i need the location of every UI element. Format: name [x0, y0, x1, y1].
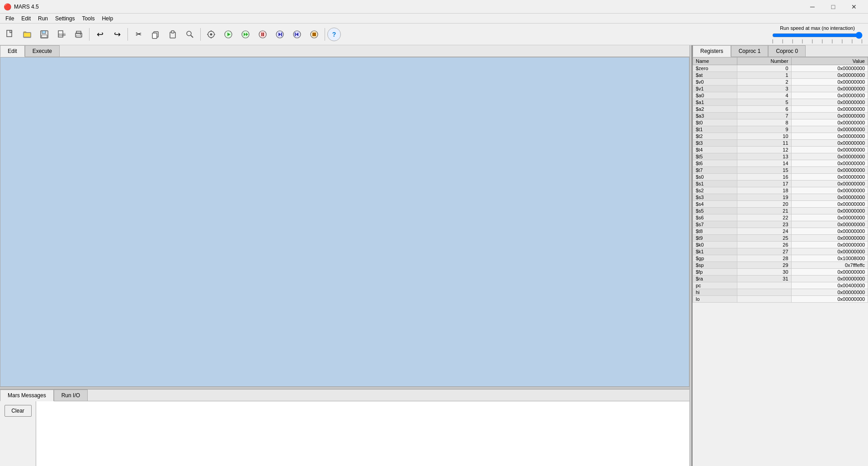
new-icon	[5, 30, 14, 39]
table-row: $s0160x00000000	[693, 174, 868, 181]
right-panel: Registers Coproc 1 Coproc 0 Name Number …	[692, 45, 868, 466]
minimize-button[interactable]: ─	[802, 0, 823, 14]
backstep-button[interactable]	[289, 26, 305, 43]
register-number: 22	[737, 214, 791, 221]
svg-point-32	[259, 31, 266, 38]
cut-button[interactable]: ✂	[130, 26, 146, 43]
register-table-container[interactable]: Name Number Value $zero00x00000000$at10x…	[693, 57, 868, 466]
tab-edit[interactable]: Edit	[0, 45, 25, 57]
register-value: 0x00000000	[791, 153, 868, 160]
register-value: 0x00000000	[791, 167, 868, 174]
table-row: $v020x00000000	[693, 79, 868, 86]
dump-button[interactable]: 0101 DUMP	[53, 26, 70, 43]
redo-button[interactable]: ↪	[109, 26, 125, 43]
register-name: $s2	[693, 187, 737, 194]
register-value: 0x00000000	[791, 228, 868, 235]
save-as-button[interactable]	[36, 26, 52, 43]
register-number: 19	[737, 194, 791, 201]
svg-line-20	[191, 35, 193, 38]
register-number: 12	[737, 147, 791, 153]
copy-icon	[151, 30, 160, 39]
speed-label: Run speed at max (no interaction)	[780, 25, 855, 31]
register-value: 0x00000000	[791, 160, 868, 167]
messages-output[interactable]	[36, 401, 689, 466]
register-name: $a2	[693, 106, 737, 113]
menu-run[interactable]: Run	[34, 14, 52, 23]
register-name: lo	[693, 296, 737, 303]
tab-execute[interactable]: Execute	[25, 45, 60, 57]
register-name: $ra	[693, 276, 737, 282]
table-row: $gp280x10008000	[693, 255, 868, 262]
dump-icon: 0101 DUMP	[57, 30, 66, 39]
register-value: 0x00000000	[791, 133, 868, 140]
open-icon	[23, 30, 32, 39]
register-value: 0x00000000	[791, 92, 868, 99]
tab-mars-messages[interactable]: Mars Messages	[0, 390, 54, 401]
reset-button[interactable]	[306, 26, 322, 43]
register-value: 0x00000000	[791, 221, 868, 228]
tab-run-io[interactable]: Run I/O	[54, 390, 88, 401]
menu-edit[interactable]: Edit	[18, 14, 34, 23]
table-row: $v130x00000000	[693, 86, 868, 92]
copy-button[interactable]	[147, 26, 164, 43]
register-name: $s1	[693, 181, 737, 187]
svg-rect-6	[42, 31, 46, 33]
table-row: $a370x00000000	[693, 113, 868, 119]
backstep-icon	[292, 30, 302, 39]
svg-point-14	[80, 34, 81, 35]
register-name: $a1	[693, 99, 737, 106]
maximize-button[interactable]: □	[823, 0, 844, 14]
tab-coproc1[interactable]: Coproc 1	[731, 45, 769, 57]
register-name: $zero	[693, 65, 737, 72]
undo-button[interactable]: ↩	[92, 26, 108, 43]
register-name: $s4	[693, 201, 737, 208]
separator-2	[127, 28, 128, 41]
menu-settings[interactable]: Settings	[52, 14, 78, 23]
register-number: 20	[737, 201, 791, 208]
close-button[interactable]: ✕	[844, 0, 864, 14]
register-value: 0x00000000	[791, 208, 868, 214]
open-button[interactable]	[19, 26, 35, 43]
table-row: $a040x00000000	[693, 92, 868, 99]
tab-coproc0[interactable]: Coproc 0	[768, 45, 806, 57]
print-button[interactable]	[71, 26, 87, 43]
paste-button[interactable]	[165, 26, 181, 43]
pause-button[interactable]	[255, 26, 271, 43]
register-tabs: Registers Coproc 1 Coproc 0	[693, 45, 868, 57]
assemble-button[interactable]	[203, 26, 219, 43]
step-button[interactable]	[272, 26, 288, 43]
menu-help[interactable]: Help	[98, 14, 117, 23]
print-icon	[74, 30, 83, 39]
speed-control: Run speed at max (no interaction) ||||| …	[772, 25, 863, 43]
run-button[interactable]	[220, 26, 236, 43]
register-name: $t8	[693, 228, 737, 235]
clear-button[interactable]: Clear	[5, 405, 32, 417]
speed-slider[interactable]	[772, 32, 863, 39]
register-name: $gp	[693, 255, 737, 262]
register-name: $v1	[693, 86, 737, 92]
help-button[interactable]: ?	[327, 28, 341, 41]
editor-area[interactable]	[0, 57, 689, 387]
register-number: 21	[737, 208, 791, 214]
svg-rect-42	[312, 33, 316, 36]
menu-file[interactable]: File	[2, 14, 18, 23]
speed-ticks: ||||| |||||	[772, 39, 863, 43]
tab-registers[interactable]: Registers	[693, 45, 731, 57]
register-number: 9	[737, 126, 791, 133]
run-max-button[interactable]	[237, 26, 254, 43]
register-value: 0x00000000	[791, 187, 868, 194]
svg-rect-12	[76, 31, 81, 33]
register-number: 14	[737, 160, 791, 167]
messages-content: Clear	[0, 401, 689, 466]
find-button[interactable]	[182, 26, 198, 43]
register-name: hi	[693, 289, 737, 296]
find-icon	[185, 30, 194, 39]
new-button[interactable]	[2, 26, 18, 43]
menu-tools[interactable]: Tools	[78, 14, 98, 23]
title-bar: 🔴 MARS 4.5 ─ □ ✕	[0, 0, 868, 14]
svg-rect-37	[281, 33, 282, 36]
register-number: 11	[737, 140, 791, 147]
step-icon	[275, 30, 284, 39]
register-value: 0x00000000	[791, 99, 868, 106]
table-row: $k1270x00000000	[693, 248, 868, 255]
